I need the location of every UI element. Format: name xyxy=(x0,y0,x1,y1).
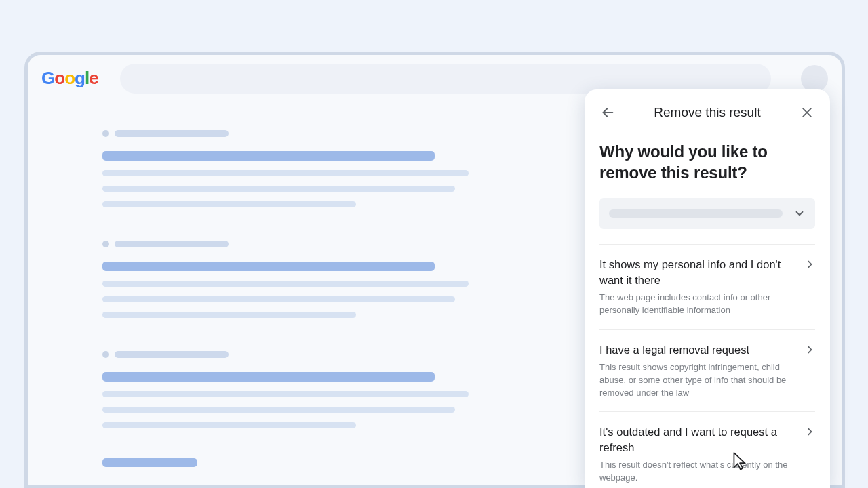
option-desc: This result doesn't reflect what's curre… xyxy=(599,459,795,485)
arrow-left-icon xyxy=(600,105,615,120)
dropdown-placeholder xyxy=(609,209,783,218)
option-outdated-refresh[interactable]: It's outdated and I want to request a re… xyxy=(599,411,815,488)
close-button[interactable] xyxy=(797,103,816,122)
chevron-down-icon xyxy=(793,207,806,220)
chevron-right-icon xyxy=(804,426,815,437)
panel-question: Why would you like to remove this result… xyxy=(599,141,815,183)
account-avatar[interactable] xyxy=(801,65,828,92)
panel-title: Remove this result xyxy=(654,105,760,120)
close-icon xyxy=(800,106,814,119)
search-input[interactable] xyxy=(120,64,771,94)
panel-body: Why would you like to remove this result… xyxy=(585,134,830,488)
back-button[interactable] xyxy=(598,103,617,122)
option-desc: The web page includes contact info or ot… xyxy=(599,291,795,317)
option-legal-request[interactable]: I have a legal removal request This resu… xyxy=(599,329,815,412)
option-title: It shows my personal info and I don't wa… xyxy=(599,257,795,287)
option-personal-info[interactable]: It shows my personal info and I don't wa… xyxy=(599,244,815,329)
option-title: It's outdated and I want to request a re… xyxy=(599,424,795,455)
panel-header: Remove this result xyxy=(585,89,830,134)
chevron-right-icon xyxy=(804,259,815,270)
option-desc: This result shows copyright infringement… xyxy=(599,361,795,400)
google-logo[interactable]: Google xyxy=(41,68,98,89)
chevron-right-icon xyxy=(804,344,815,355)
reason-dropdown[interactable] xyxy=(599,198,815,229)
remove-result-panel: Remove this result Why would you like to… xyxy=(585,89,830,488)
option-title: I have a legal removal request xyxy=(599,342,795,357)
